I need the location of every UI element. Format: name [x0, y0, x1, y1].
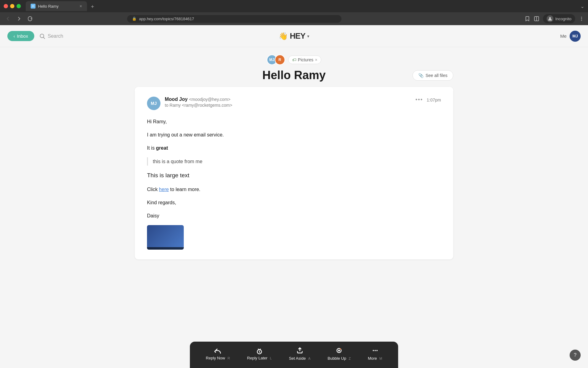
more-button[interactable]: More M — [359, 345, 391, 363]
pictures-tag[interactable]: 🏷 Pictures × — [288, 56, 322, 64]
nav-right: Incognito — [525, 14, 584, 23]
tag-label: Pictures — [298, 57, 314, 62]
sender-name: Mood Joy — [165, 97, 188, 102]
incognito-badge[interactable]: Incognito — [543, 14, 575, 23]
paperclip-icon: 📎 — [418, 73, 424, 78]
hey-logo-text: HEY — [290, 31, 305, 41]
hey-logo[interactable]: 👋 HEY ▾ — [279, 31, 309, 41]
reply-later-label-row: Reply Later L — [247, 356, 272, 360]
hey-chevron-icon: ▾ — [307, 34, 309, 39]
traffic-lights — [4, 4, 21, 8]
minimize-window-button[interactable] — [10, 4, 14, 8]
sender-avatar: MJ — [147, 97, 160, 110]
tag-icon: 🏷 — [292, 57, 296, 62]
set-aside-key: A — [308, 357, 310, 360]
search-label: Search — [48, 33, 63, 39]
body-regards: Kind regards, — [147, 198, 441, 207]
browser-nav: 🔒 app.hey.com/topics/768184617 Incognito — [0, 12, 588, 25]
address-bar[interactable]: 🔒 app.hey.com/topics/768184617 — [127, 15, 341, 23]
reply-now-button[interactable]: Reply Now R — [197, 345, 239, 363]
email-card: MJ Mood Joy <moodjoy@hey.com> to Ramy <r… — [135, 87, 453, 259]
svg-point-5 — [581, 20, 582, 21]
body-click-line: Click here to learn more. — [147, 185, 441, 194]
more-icon-row — [372, 347, 379, 355]
header-right: Me MJ — [560, 31, 581, 42]
quote-text: this is a quote from me — [153, 159, 202, 164]
back-button[interactable] — [4, 14, 12, 23]
close-window-button[interactable] — [4, 4, 8, 8]
bubble-up-icon — [336, 347, 342, 354]
incognito-label: Incognito — [555, 17, 571, 21]
window-controls[interactable]: ⌄ — [580, 3, 584, 9]
bubble-up-key: Z — [349, 357, 351, 360]
see-all-files-button[interactable]: 📎 See all files — [413, 70, 453, 81]
quote-block: this is a quote from me — [147, 157, 441, 166]
body-greeting: Hi Ramy, — [147, 117, 441, 126]
email-meta-right: ••• 1:07pm — [415, 97, 441, 103]
bubble-up-icon-row — [336, 347, 342, 355]
svg-point-3 — [581, 17, 582, 18]
browser-chrome: H Hello Ramy × + ⌄ 🔒 app.hey.com/topics/… — [0, 0, 588, 25]
more-label: More — [368, 356, 377, 361]
reply-later-icon-row — [256, 348, 263, 355]
svg-point-6 — [40, 34, 44, 38]
email-time: 1:07pm — [427, 98, 441, 102]
body-intro: I am trying out a new email service. — [147, 131, 441, 139]
svg-point-9 — [338, 350, 340, 351]
help-button[interactable]: ? — [570, 350, 581, 361]
email-header: MJ Mood Joy <moodjoy@hey.com> to Ramy <r… — [147, 97, 441, 110]
lock-icon: 🔒 — [132, 17, 137, 21]
tab-favicon: H — [31, 4, 36, 9]
email-more-button[interactable]: ••• — [415, 97, 423, 103]
reply-later-button[interactable]: Reply Later L — [239, 345, 281, 363]
set-aside-button[interactable]: Set Aside A — [280, 345, 319, 363]
maximize-window-button[interactable] — [17, 4, 21, 8]
inbox-label: Inbox — [17, 33, 28, 39]
inbox-button[interactable]: ‹ Inbox — [7, 31, 34, 41]
email-title: Hello Ramy — [135, 69, 453, 82]
reply-later-icon — [256, 348, 263, 355]
reply-now-label-row: Reply Now R — [206, 356, 230, 360]
set-aside-icon — [296, 347, 303, 354]
svg-point-11 — [373, 350, 374, 351]
refresh-button[interactable] — [26, 14, 34, 23]
email-title-row: Hello Ramy 📎 See all files — [135, 69, 453, 82]
new-tab-button[interactable]: + — [88, 2, 97, 11]
more-icon — [372, 347, 379, 354]
address-text: app.hey.com/topics/768184617 — [139, 17, 194, 21]
body-great-pre: It is — [147, 145, 156, 151]
body-great-line: It is great — [147, 144, 441, 152]
body-large-text: This is large text — [147, 171, 441, 180]
user-avatar[interactable]: MJ — [570, 31, 581, 42]
svg-point-13 — [376, 350, 378, 351]
browser-tab-active[interactable]: H Hello Ramy × — [26, 1, 87, 11]
participant-avatar-r[interactable]: R — [275, 55, 285, 65]
app-header: ‹ Inbox Search 👋 HEY ▾ Me MJ — [0, 25, 588, 47]
bubble-up-button[interactable]: Bubble Up Z — [319, 345, 359, 363]
email-area: MJ R 🏷 Pictures × Hello Ramy 📎 See all f… — [0, 47, 588, 267]
split-view-button[interactable] — [534, 16, 539, 21]
browser-titlebar: H Hello Ramy × + ⌄ — [0, 0, 588, 12]
svg-point-10 — [340, 348, 341, 350]
more-label-row: More M — [368, 356, 382, 361]
email-thumbnail — [147, 225, 184, 250]
app-container: ‹ Inbox Search 👋 HEY ▾ Me MJ MJ R — [0, 25, 588, 368]
tag-close-button[interactable]: × — [315, 57, 317, 62]
forward-button[interactable] — [15, 14, 23, 23]
me-label: Me — [560, 33, 567, 39]
search-bar[interactable]: Search — [39, 33, 63, 39]
sender-info: Mood Joy <moodjoy@hey.com> to Ramy <ramy… — [165, 97, 415, 108]
tab-close-button[interactable]: × — [80, 4, 82, 8]
body-signature: Daisy — [147, 212, 441, 220]
browser-menu-button[interactable] — [579, 16, 584, 21]
sender-name-row: Mood Joy <moodjoy@hey.com> — [165, 97, 415, 102]
bookmark-button[interactable] — [525, 16, 530, 21]
tab-title: Hello Ramy — [38, 4, 77, 9]
svg-point-12 — [375, 350, 376, 351]
here-link[interactable]: here — [159, 187, 169, 192]
bubble-up-label: Bubble Up — [328, 356, 346, 361]
set-aside-label: Set Aside — [289, 356, 306, 361]
search-icon — [39, 33, 45, 39]
incognito-avatar — [547, 15, 553, 22]
browser-tabs: H Hello Ramy × + — [26, 1, 580, 11]
